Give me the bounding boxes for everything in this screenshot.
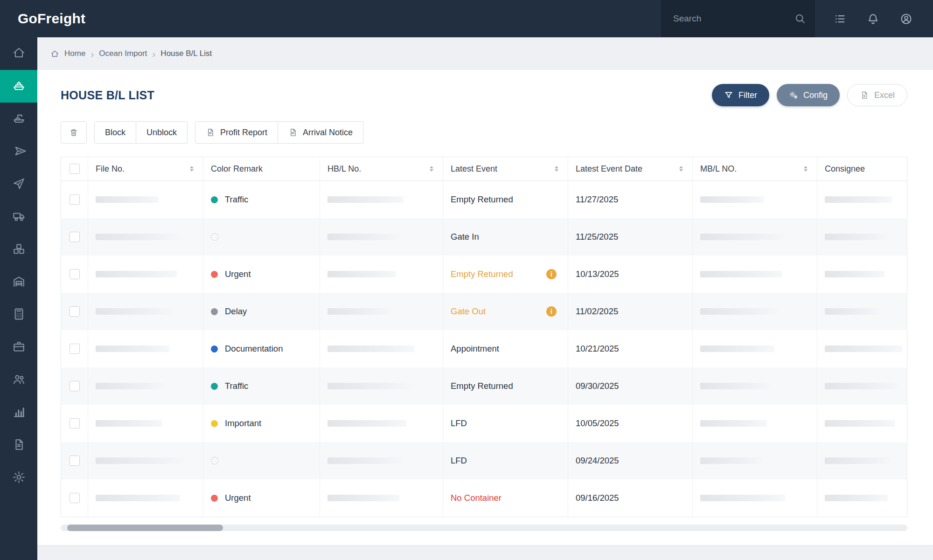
row-checkbox[interactable] [70,306,80,317]
sort-icon[interactable] [804,166,808,172]
column-header-mb-l-no[interactable]: MB/L NO. [693,157,817,180]
latest-event-label: Gate Out [451,306,486,317]
table-row[interactable]: ImportantLFD10/05/2025 [61,405,907,442]
search-icon[interactable] [794,13,806,25]
sidebar-item-documents[interactable] [0,429,37,462]
calculator-icon [12,307,26,323]
table-row[interactable]: TrafficEmpty Returned11/27/2025 [61,181,907,218]
hbl-no-cell [320,218,443,256]
search-box[interactable] [661,0,815,37]
block-button[interactable]: Block [94,121,136,144]
unblock-button[interactable]: Unblock [136,121,188,144]
home-icon[interactable] [50,49,59,58]
empty-color-dot [211,233,218,241]
row-checkbox[interactable] [70,232,80,242]
row-checkbox[interactable] [70,418,80,429]
info-icon[interactable]: i [546,269,557,279]
row-checkbox[interactable] [70,269,80,279]
breadcrumb: Home › Ocean Import › House B/L List [37,37,933,70]
row-checkbox[interactable] [70,456,80,466]
profit-report-button[interactable]: Profit Report [195,121,278,144]
column-header-latest-event-date[interactable]: Latest Event Date [568,157,693,180]
excel-button[interactable]: Excel [847,84,907,106]
sidebar-item-ocean-export[interactable] [0,103,37,135]
sidebar-item-air-export[interactable] [0,168,37,200]
sort-icon[interactable] [555,166,558,172]
row-checkbox-cell [61,293,88,330]
row-checkbox-cell [61,442,88,479]
column-header-latest-event[interactable]: Latest Event [443,157,568,180]
column-header-color-remark[interactable]: Color Remark [203,157,320,180]
info-icon[interactable]: i [546,306,557,317]
latest-event-date: 10/05/2025 [576,418,619,429]
account-icon[interactable] [900,13,912,25]
header-checkbox-cell [61,157,88,180]
sidebar-item-jobs[interactable] [0,331,37,364]
table-row[interactable]: TrafficEmpty Returned09/30/2025 [61,367,907,405]
breadcrumb-ocean-import[interactable]: Ocean Import [99,49,147,58]
color-remark-cell: Urgent [203,479,320,517]
sidebar-item-home[interactable] [0,37,37,70]
sort-icon[interactable] [190,166,194,172]
table-row[interactable]: LFD09/24/2025 [61,442,907,479]
config-button[interactable]: Config [777,84,840,106]
select-all-checkbox[interactable] [70,164,80,174]
sidebar-item-customers[interactable] [0,364,37,396]
column-header-hb-l-no[interactable]: HB/L No. [320,157,443,180]
content-card: HOUSE B/L LIST Filter Config Excel [37,70,933,545]
bell-icon[interactable] [867,13,879,25]
table-row[interactable]: UrgentEmpty Returnedi10/13/2025 [61,256,907,293]
sidebar-item-analytics[interactable] [0,396,37,429]
boxes-icon [12,242,26,257]
delete-button[interactable] [61,121,87,144]
color-remark-cell: Urgent [203,256,320,293]
search-input[interactable] [672,13,788,24]
latest-event-date-cell: 09/16/2025 [568,479,693,517]
table-body: TrafficEmpty Returned11/27/2025Gate In11… [61,181,907,517]
consignee-cell [817,405,907,442]
table-row[interactable]: UrgentNo Container09/16/2025 [61,479,907,517]
color-remark-cell: Important [203,405,320,442]
sort-icon[interactable] [679,166,683,172]
latest-event-cell: Empty Returned [443,367,568,405]
row-checkbox[interactable] [70,194,80,205]
sidebar-item-settings[interactable] [0,462,37,494]
row-checkbox[interactable] [70,381,80,391]
row-checkbox-cell [61,218,88,256]
mbl-no-cell [693,293,817,330]
sidebar-item-cargo[interactable] [0,233,37,266]
row-checkbox[interactable] [70,493,80,503]
column-header-consignee[interactable]: Consignee [817,157,907,180]
column-header-file-no[interactable]: File No. [88,157,203,180]
title-row: HOUSE B/L LIST Filter Config Excel [61,83,907,107]
filter-button[interactable]: Filter [712,84,769,106]
file-no-cell [88,367,203,405]
scrollbar-thumb[interactable] [67,525,223,531]
breadcrumb-home[interactable]: Home [64,49,85,58]
sidebar-item-trucking[interactable] [0,200,37,233]
latest-event-label: LFD [451,456,467,466]
briefcase-icon [12,340,26,355]
breadcrumb-separator: › [152,49,155,59]
sidebar-item-accounting[interactable] [0,298,37,331]
row-checkbox[interactable] [70,344,80,354]
latest-event-label: Appointment [451,344,499,354]
consignee-cell [817,181,907,218]
sidebar-item-warehouse[interactable] [0,266,37,298]
table-row[interactable]: DocumentationAppointment10/21/2025 [61,330,907,367]
table-row[interactable]: Gate In11/25/2025 [61,218,907,256]
consignee-cell [817,479,907,517]
table-row[interactable]: DelayGate Outi11/02/2025 [61,293,907,330]
page-title: HOUSE B/L LIST [61,89,154,102]
horizontal-scrollbar[interactable] [61,525,907,531]
sidebar-item-air-import[interactable] [0,135,37,168]
sort-icon[interactable] [430,166,433,172]
sidebar-item-ocean-import[interactable] [0,70,37,103]
row-checkbox-cell [61,181,88,218]
latest-event-date-cell: 09/24/2025 [568,442,693,479]
document-icon [206,128,215,137]
arrival-notice-button[interactable]: Arrival Notice [278,121,363,144]
column-label: Latest Event Date [576,164,642,174]
list-icon[interactable] [834,13,846,25]
color-remark-label: Traffic [225,381,248,391]
